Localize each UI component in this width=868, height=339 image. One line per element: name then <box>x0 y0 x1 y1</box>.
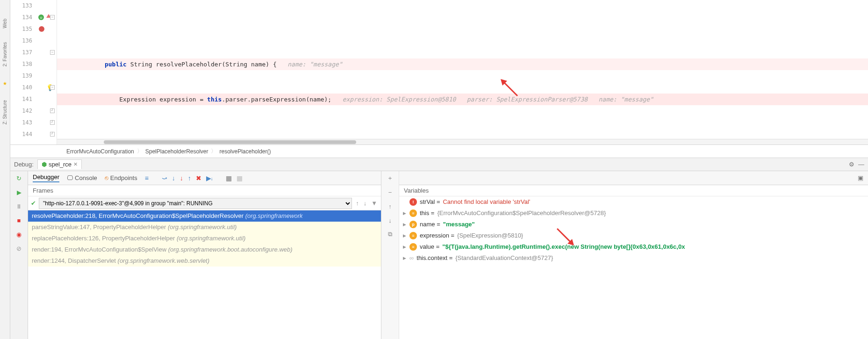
rerun-button[interactable]: ↻ <box>14 173 24 183</box>
minimize-icon[interactable]: — <box>858 161 864 168</box>
evaluate-icon[interactable]: ▦ <box>226 174 232 182</box>
crumb[interactable]: resolvePlaceholder() <box>219 148 271 155</box>
mute-breakpoints-button[interactable]: ⊘ <box>14 243 24 253</box>
fold-icon[interactable]: − <box>50 85 55 90</box>
line-num: 144 <box>10 129 32 140</box>
drop-frame-icon[interactable]: ✖ <box>196 174 201 182</box>
error-icon: ! <box>409 198 417 206</box>
line-gutter: 133 134 135 136 137 138 139 140 141 142 … <box>10 0 36 144</box>
variable-row[interactable]: ▶pname = "message" <box>399 219 868 230</box>
expand-icon[interactable]: ▶ <box>403 208 407 219</box>
variable-value: {StandardEvaluationContext@5727} <box>455 252 553 264</box>
step-over-icon[interactable]: ⤻ <box>162 174 167 182</box>
view-breakpoints-button[interactable]: ◉ <box>14 229 24 239</box>
trace-icon[interactable]: ▦ <box>237 174 243 182</box>
variable-row[interactable]: ▶∞this.context = {StandardEvaluationCont… <box>399 252 868 264</box>
stack-frame[interactable]: resolvePlaceholder:218, ErrorMvcAutoConf… <box>28 210 381 222</box>
chevron-right-icon: 〉 <box>211 147 216 155</box>
fold-end-icon[interactable]: ┘ <box>50 132 55 137</box>
scrollbar-thumb[interactable] <box>104 140 356 144</box>
tab-console[interactable]: 🖵Console <box>67 174 97 181</box>
line-num: 140 <box>10 82 32 94</box>
threads-icon[interactable]: ≡ <box>145 174 149 182</box>
expand-icon[interactable]: ▶ <box>403 219 407 230</box>
stack-frame[interactable]: replacePlaceholders:126, PropertyPlaceho… <box>28 233 381 244</box>
pause-button[interactable]: ⏸ <box>14 201 24 211</box>
fold-end-icon[interactable]: ┘ <box>50 120 55 125</box>
h-scrollbar[interactable] <box>57 139 868 144</box>
stop-button[interactable]: ■ <box>14 215 24 225</box>
thread-selector[interactable]: "http-nio-127.0.0.1-9091-exec-3"@4,909 i… <box>39 198 352 209</box>
check-icon: ✔ <box>31 200 36 207</box>
code-line[interactable]: Expression expression = this.parser.pars… <box>57 94 868 105</box>
expand-icon[interactable]: ▶ <box>403 252 407 264</box>
code-editor[interactable]: 133 134 135 136 137 138 139 140 141 142 … <box>10 0 868 145</box>
line-num: 135 <box>10 23 32 35</box>
tool-web[interactable]: Web <box>2 19 7 28</box>
debug-config-tab[interactable]: ⬢ spel_rce ✕ <box>37 159 82 169</box>
debug-label: Debug: <box>14 161 34 168</box>
line-num: 134 <box>10 12 32 23</box>
run-config-icon: ⬢ <box>42 161 47 168</box>
tab-endpoints[interactable]: ⎋Endpoints <box>105 174 137 181</box>
remove-watch-icon[interactable]: − <box>385 187 395 197</box>
tab-debugger[interactable]: Debugger <box>33 173 59 182</box>
resume-button[interactable]: ▶ <box>14 187 24 197</box>
up-icon[interactable]: ↑ <box>385 201 395 211</box>
variable-row[interactable]: !strVal = Cannot find local variable 'st… <box>399 196 868 208</box>
console-icon: 🖵 <box>67 174 73 181</box>
variable-row[interactable]: ▶≡expression = {SpelExpression@5810} <box>399 230 868 241</box>
variable-value: "${T(java.lang.Runtime).getRuntime().exe… <box>442 241 685 252</box>
fold-end-icon[interactable]: ┘ <box>50 108 55 113</box>
variable-value: {ErrorMvcAutoConfiguration$SpelPlacehold… <box>437 208 606 219</box>
variables-header: Variables <box>399 185 868 196</box>
step-out-icon[interactable]: ↑ <box>188 174 191 182</box>
line-num: 136 <box>10 35 32 47</box>
variable-value: "message" <box>443 219 475 230</box>
variable-value: Cannot find local variable 'strVal' <box>443 196 530 208</box>
force-step-into-icon[interactable]: ↓ <box>180 174 183 182</box>
tool-structure[interactable]: Z: Structure <box>2 100 7 124</box>
stack-frame[interactable]: render:194, ErrorMvcAutoConfiguration$Sp… <box>28 244 381 255</box>
stack-frame[interactable]: render:1244, DispatcherServlet (org.spri… <box>28 255 381 267</box>
gear-icon[interactable]: ⚙ <box>849 161 854 168</box>
ref-icon: ∞ <box>409 252 414 264</box>
breakpoint-icon[interactable] <box>39 26 44 32</box>
copy-icon[interactable]: ⧉ <box>385 229 395 239</box>
variable-value: {SpelExpression@5810} <box>457 230 523 241</box>
fold-icon[interactable]: − <box>50 15 55 20</box>
inline-hint: name: "message" <box>287 61 342 68</box>
endpoints-icon: ⎋ <box>105 174 108 181</box>
expand-icon[interactable]: ▶ <box>403 230 407 241</box>
tool-favorites[interactable]: 2: Favorites <box>2 42 7 66</box>
next-frame-icon[interactable]: ↓ <box>363 200 368 207</box>
field-icon: ≡ <box>409 209 417 217</box>
layout-icon[interactable]: ▣ <box>858 174 863 181</box>
code-line[interactable] <box>57 23 868 35</box>
code-line[interactable]: public String resolvePlaceholder(String … <box>57 58 868 70</box>
line-num: 139 <box>10 70 32 82</box>
fold-icon[interactable]: − <box>50 50 55 55</box>
field-icon: ≡ <box>409 232 417 239</box>
inline-hint: expression: SpelExpression@5810 parser: … <box>343 96 653 103</box>
crumb[interactable]: ErrorMvcAutoConfiguration <box>66 148 134 155</box>
down-icon[interactable]: ↓ <box>385 215 395 225</box>
run-to-cursor-icon[interactable]: ▶ᵢ <box>206 174 213 182</box>
param-icon: p <box>409 221 417 228</box>
filter-icon[interactable]: ▼ <box>370 200 378 207</box>
prev-frame-icon[interactable]: ↑ <box>355 200 360 207</box>
line-num: 133 <box>10 0 32 12</box>
step-into-icon[interactable]: ↓ <box>172 174 175 182</box>
close-icon[interactable]: ✕ <box>73 161 78 167</box>
variable-row[interactable]: ▶≡this = {ErrorMvcAutoConfiguration$Spel… <box>399 208 868 219</box>
add-watch-icon[interactable]: ＋ <box>385 173 395 183</box>
variable-row[interactable]: ▶≡value = "${T(java.lang.Runtime).getRun… <box>399 241 868 252</box>
crumb[interactable]: SpelPlaceholderResolver <box>145 148 208 155</box>
field-icon: ≡ <box>409 243 417 251</box>
frames-header: Frames <box>28 185 381 196</box>
line-num: 143 <box>10 117 32 129</box>
stack-frame[interactable]: parseStringValue:147, PropertyPlaceholde… <box>28 222 381 233</box>
expand-icon[interactable]: ▶ <box>403 241 407 252</box>
override-icon[interactable]: o <box>38 14 44 21</box>
chevron-right-icon: 〉 <box>137 147 143 155</box>
